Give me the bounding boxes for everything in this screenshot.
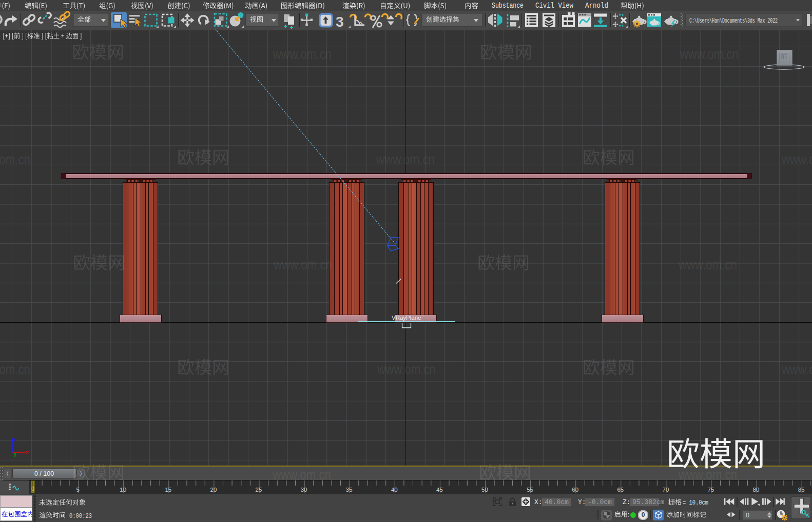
svg-text:C:\Users\Han\Documents\3ds Max: C:\Users\Han\Documents\3ds Max 2022 (689, 17, 778, 25)
svg-text:0:00:23: 0:00:23 (69, 512, 92, 520)
svg-text:= 10.0cm: = 10.0cm (683, 499, 708, 507)
svg-text:3: 3 (336, 14, 344, 30)
